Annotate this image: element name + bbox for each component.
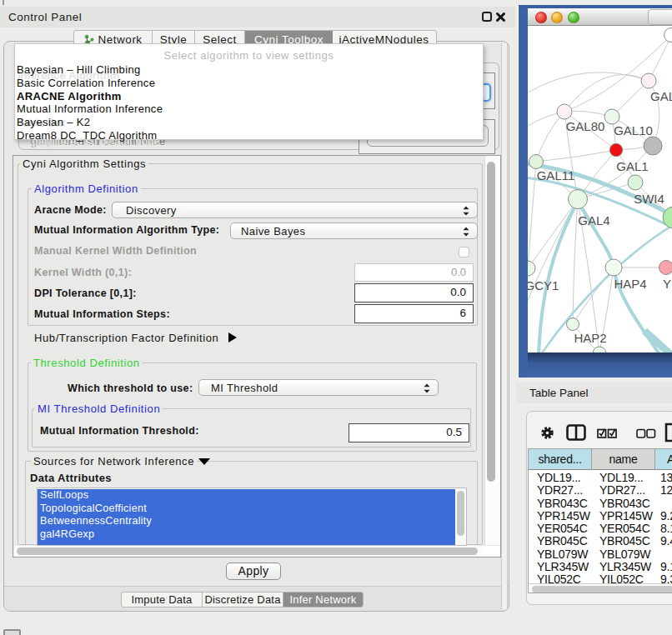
svg-text:GAL7: GAL7 — [650, 89, 672, 103]
svg-text:GAL11: GAL11 — [537, 168, 575, 182]
svg-text:GAL1: GAL1 — [616, 159, 648, 173]
svg-text:YM: YM — [663, 277, 672, 291]
svg-text:GCY1: GCY1 — [528, 278, 559, 292]
svg-text:GAL4: GAL4 — [578, 213, 609, 228]
svg-text:HAP2: HAP2 — [574, 331, 606, 345]
svg-text:GAL80: GAL80 — [566, 119, 605, 133]
svg-text:SWI4: SWI4 — [634, 192, 664, 206]
svg-text:GAL10: GAL10 — [614, 123, 653, 138]
svg-text:HAP4: HAP4 — [614, 277, 646, 291]
